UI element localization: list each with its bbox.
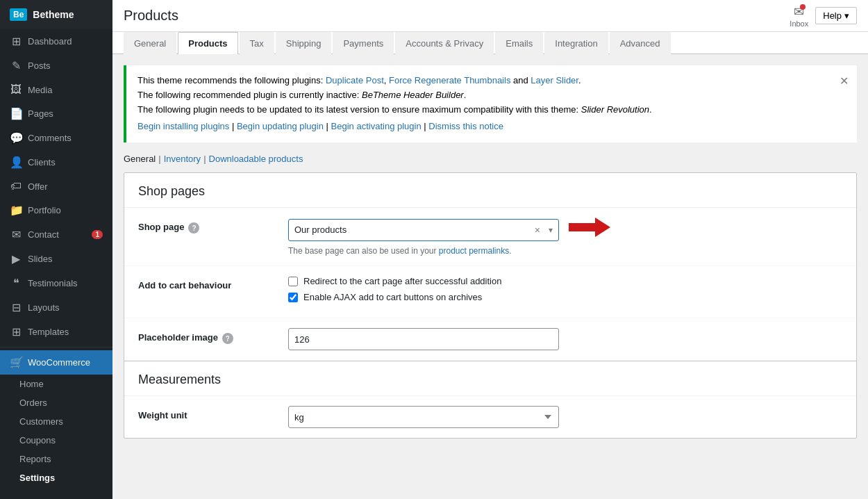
hint-period: . — [509, 246, 511, 256]
notice-link-force-regen[interactable]: Force Regenerate Thumbnails — [389, 75, 510, 85]
tab-tax[interactable]: Tax — [240, 32, 274, 54]
be-badge: Be — [10, 8, 27, 21]
add-to-cart-row: Add to cart behaviour Redirect to the ca… — [124, 266, 856, 318]
notice-link-layer-slider[interactable]: Layer Slider — [531, 75, 578, 85]
begin-updating-link[interactable]: Begin updating plugin — [237, 121, 324, 131]
placeholder-image-row: Placeholder image ? — [124, 318, 856, 361]
sidebar-item-portfolio[interactable]: 📁 Portfolio — [0, 198, 112, 222]
sidebar-item-media[interactable]: 🖼 Media — [0, 78, 112, 101]
section-nav-sep2: | — [203, 154, 206, 164]
placeholder-image-label: Placeholder image ? — [138, 328, 277, 344]
weight-unit-select[interactable]: kg g lbs oz — [288, 406, 559, 428]
hint-text: The base page can also be used in your — [288, 246, 439, 256]
tab-integration[interactable]: Integration — [544, 32, 608, 54]
sidebar-item-templates[interactable]: ⊞ Templates — [0, 320, 112, 344]
sidebar-item-label: Offer — [28, 181, 48, 192]
offer-icon: 🏷 — [10, 180, 22, 193]
shop-page-value: Our products — [289, 224, 532, 235]
sidebar-item-label: Media — [28, 85, 52, 95]
sidebar-item-dashboard[interactable]: ⊞ Dashboard — [0, 29, 112, 54]
main-content: Products ✉ Inbox Help ▾ General Products… — [112, 0, 868, 499]
placeholder-image-input[interactable] — [288, 328, 559, 350]
tabs-bar: General Products Tax Shipping Payments A… — [112, 32, 868, 54]
tab-advanced[interactable]: Advanced — [610, 32, 671, 54]
inbox-icon: ✉ — [794, 4, 804, 19]
sidebar-item-comments[interactable]: 💬 Comments — [0, 126, 112, 150]
top-right: ✉ Inbox Help ▾ — [790, 4, 857, 28]
select-clear-icon[interactable]: × — [532, 224, 543, 236]
notice-link-duplicate-post[interactable]: Duplicate Post — [326, 75, 384, 85]
sidebar-sub-home[interactable]: Home — [0, 375, 112, 393]
sidebar-sub-customers[interactable]: Customers — [0, 412, 112, 431]
shop-pages-title: Shop pages — [124, 173, 856, 208]
checkbox-redirect[interactable] — [288, 277, 298, 286]
placeholder-image-help-icon[interactable]: ? — [222, 333, 233, 344]
checkbox-row-redirect: Redirect to the cart page after successf… — [288, 276, 842, 286]
sidebar-item-label: Contact — [28, 229, 59, 240]
shop-page-select-wrapper: Our products × ▾ — [288, 218, 842, 242]
testimonials-icon: ❝ — [10, 277, 22, 290]
notice-text2: The following recommended plugin is curr… — [137, 90, 362, 100]
begin-installing-link[interactable]: Begin installing plugins — [137, 121, 229, 131]
tab-products[interactable]: Products — [178, 32, 237, 54]
media-icon: 🖼 — [10, 83, 22, 96]
shop-page-hint: The base page can also be used in your p… — [288, 246, 842, 256]
templates-icon: ⊞ — [10, 325, 22, 338]
page-title: Products — [124, 8, 178, 24]
sidebar-item-contact[interactable]: ✉ Contact 1 — [0, 222, 112, 247]
woo-icon: 🛒 — [10, 356, 22, 369]
product-permalinks-link[interactable]: product permalinks — [439, 246, 509, 256]
sidebar-item-posts[interactable]: ✎ Posts — [0, 54, 112, 78]
close-notice-button[interactable]: ✕ — [840, 72, 849, 90]
sidebar-item-clients[interactable]: 👤 Clients — [0, 150, 112, 174]
sidebar-sub-orders[interactable]: Orders — [0, 393, 112, 412]
notice-period3: . — [649, 104, 652, 115]
layouts-icon: ⊟ — [10, 301, 22, 314]
dismiss-notice-link[interactable]: Dismiss this notice — [428, 121, 503, 131]
sidebar-item-layouts[interactable]: ⊟ Layouts — [0, 295, 112, 320]
shop-page-select[interactable]: Our products × ▾ — [288, 219, 559, 241]
comments-icon: 💬 — [10, 131, 22, 145]
help-button[interactable]: Help ▾ — [815, 7, 857, 24]
weight-unit-label: Weight unit — [138, 406, 277, 420]
checkbox-ajax[interactable] — [288, 293, 298, 302]
inbox-button[interactable]: ✉ Inbox — [790, 4, 808, 28]
sidebar-item-label: Comments — [28, 133, 72, 143]
pages-icon: 📄 — [10, 107, 22, 120]
begin-activating-link[interactable]: Begin activating plugin — [331, 121, 422, 131]
sidebar-item-woocommerce[interactable]: 🛒 WooCommerce — [0, 350, 112, 375]
sidebar-logo: Be Betheme — [0, 0, 112, 29]
help-chevron-icon: ▾ — [844, 10, 849, 21]
sidebar-item-label: Clients — [28, 157, 56, 167]
tab-payments[interactable]: Payments — [333, 32, 394, 54]
arrow-svg — [569, 218, 610, 237]
notice-sep1: | — [232, 121, 237, 131]
sidebar-sub-coupons[interactable]: Coupons — [0, 431, 112, 450]
notice-sep2: | — [326, 121, 331, 131]
shop-page-help-icon[interactable]: ? — [188, 222, 199, 234]
select-chevron-icon[interactable]: ▾ — [543, 225, 558, 235]
notice-italic1: BeTheme Header Builder — [362, 90, 464, 100]
sidebar-item-slides[interactable]: ▶ Slides — [0, 247, 112, 271]
sidebar-sub-settings[interactable]: Settings — [0, 468, 112, 487]
section-nav: General | Inventory | Downloadable produ… — [124, 154, 857, 164]
section-nav-inventory[interactable]: Inventory — [164, 154, 201, 164]
sidebar-item-offer[interactable]: 🏷 Offer — [0, 174, 112, 198]
sidebar-item-label: Posts — [28, 60, 51, 71]
clients-icon: 👤 — [10, 156, 22, 169]
sidebar-item-testimonials[interactable]: ❝ Testimonials — [0, 271, 112, 295]
tab-shipping[interactable]: Shipping — [276, 32, 332, 54]
section-nav-current: General — [124, 154, 156, 164]
sidebar-sub-reports[interactable]: Reports — [0, 450, 112, 468]
sidebar-item-label: Templates — [28, 327, 69, 337]
notice-actions: Begin installing plugins | Begin updatin… — [137, 120, 846, 134]
shop-page-row: Shop page ? Our products × ▾ — [124, 208, 856, 266]
checkbox-redirect-label: Redirect to the cart page after successf… — [303, 276, 501, 286]
sidebar-item-pages[interactable]: 📄 Pages — [0, 101, 112, 126]
tab-general[interactable]: General — [124, 32, 176, 54]
sidebar-item-label: Testimonials — [28, 278, 78, 288]
tab-accounts-privacy[interactable]: Accounts & Privacy — [395, 32, 494, 54]
section-nav-downloadable[interactable]: Downloadable products — [209, 154, 303, 164]
tab-emails[interactable]: Emails — [495, 32, 543, 54]
notice-line1: This theme recommends the following plug… — [137, 74, 846, 88]
